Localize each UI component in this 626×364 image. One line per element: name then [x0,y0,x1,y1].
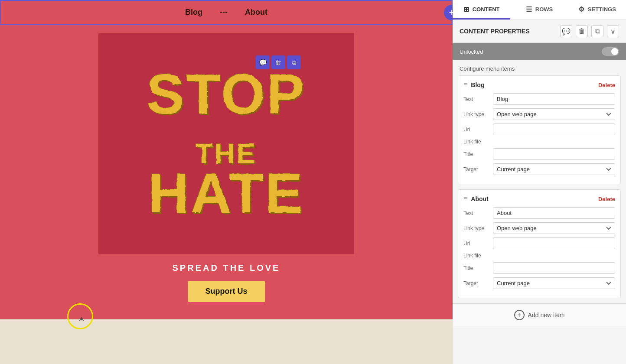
add-new-item-button[interactable]: + Add new item [453,303,626,326]
copy-button[interactable]: ⧉ [287,55,301,69]
blog-linktype-label: Link type [463,111,489,117]
top-tabs: ⊞ CONTENT ☰ ROWS ⚙ SETTINGS [453,0,626,20]
about-title-label: Title [463,265,489,271]
canvas-area: Blog --- About + 💬 🗑 ⧉ [0,0,453,364]
blog-title-input[interactable] [493,148,615,160]
delete-about-button[interactable]: Delete [598,196,615,202]
content-properties-title: CONTENT PROPERTIES [460,28,530,35]
about-text-input[interactable] [493,207,615,219]
about-linktype-label: Link type [463,225,489,231]
nav-add-button[interactable]: + [444,5,453,20]
blog-linkfile-label: Link file [463,139,489,145]
poster-hate: HATE [148,162,304,225]
blog-linktype-select[interactable]: Open web page Open email Open phone [493,108,615,120]
menu-item-blog-title: ≡ Blog [463,81,484,89]
blog-linktype-row: Link type Open web page Open email Open … [463,108,615,120]
nav-link-blog[interactable]: Blog [185,8,202,17]
menu-item-about-title: ≡ About [463,195,489,203]
menu-item-about-header: ≡ About Delete [463,195,615,203]
about-target-label: Target [463,280,489,286]
cp-delete-button[interactable]: 🗑 [576,25,588,37]
spread-text: SPREAD THE LOVE [173,263,280,273]
about-linktype-select[interactable]: Open web page Open email Open phone [493,222,615,234]
delete-button[interactable]: 🗑 [271,55,285,69]
add-new-label: Add new item [528,312,565,318]
cp-copy-button[interactable]: ⧉ [591,25,603,37]
about-text-row: Text [463,207,615,219]
comment-button[interactable]: 💬 [256,55,270,69]
about-url-row: Url [463,237,615,249]
poster-image: STOP THE HATE [98,33,354,254]
cp-collapse-button[interactable]: ∨ [607,25,619,37]
blog-target-select[interactable]: Current page New tab [493,163,615,175]
menu-item-about: ≡ About Delete Text Link type Open web p… [458,189,621,298]
blog-target-label: Target [463,166,489,172]
tab-settings-label: SETTINGS [588,6,616,13]
menu-item-blog-name: Blog [471,81,484,88]
blog-text-row: Text [463,93,615,105]
blog-text-input[interactable] [493,93,615,105]
main-content-section: STOP THE HATE SPREAD THE LOVE Support Us [0,25,453,319]
about-title-input[interactable] [493,262,615,274]
nav-link-about[interactable]: About [245,8,267,17]
panel-scroll[interactable]: ≡ Blog Delete Text Link type Open web pa… [453,75,626,364]
content-tab-icon: ⊞ [463,5,469,13]
unlocked-label: Unlocked [460,49,483,55]
about-target-row: Target Current page New tab [463,277,615,289]
rows-tab-icon: ☰ [526,5,532,13]
delete-blog-button[interactable]: Delete [598,82,615,88]
tab-content[interactable]: ⊞ CONTENT [453,0,510,20]
tab-rows[interactable]: ☰ ROWS [510,0,568,20]
blog-url-input[interactable] [493,124,615,135]
menu-item-blog-header: ≡ Blog Delete [463,81,615,89]
blog-title-label: Title [463,151,489,157]
unlocked-toggle[interactable] [602,47,619,56]
tab-content-label: CONTENT [473,6,500,13]
about-linkfile-label: Link file [463,253,489,259]
configure-label: Configure menu items [453,60,626,75]
blog-text-label: Text [463,96,489,102]
about-url-label: Url [463,240,489,247]
about-target-select[interactable]: Current page New tab [493,277,615,289]
about-text-label: Text [463,210,489,216]
about-title-row: Title [463,262,615,274]
nav-separator: --- [220,8,228,17]
menu-item-blog: ≡ Blog Delete Text Link type Open web pa… [458,75,621,184]
menu-item-about-name: About [471,195,488,202]
cp-actions: 💬 🗑 ⧉ ∨ [560,25,619,37]
about-url-input[interactable] [493,237,615,249]
content-properties-header: CONTENT PROPERTIES 💬 🗑 ⧉ ∨ [453,20,626,43]
tab-rows-label: ROWS [535,6,553,13]
add-circle-icon: + [514,310,525,320]
drag-icon-blog[interactable]: ≡ [463,81,467,89]
about-linkfile-row: Link file [463,253,615,259]
blog-target-row: Target Current page New tab [463,163,615,175]
settings-tab-icon: ⚙ [578,5,584,13]
about-linktype-row: Link type Open web page Open email Open … [463,222,615,234]
unlocked-row: Unlocked [453,43,626,60]
blog-url-label: Url [463,127,489,133]
poster-stop: STOP [147,62,306,126]
support-us-button[interactable]: Support Us [188,281,265,302]
cp-comment-button[interactable]: 💬 [560,25,572,37]
blog-url-row: Url [463,124,615,135]
nav-bar[interactable]: Blog --- About + [0,0,453,25]
tab-settings[interactable]: ⚙ SETTINGS [568,0,626,20]
blog-linkfile-row: Link file [463,139,615,145]
drag-icon-about[interactable]: ≡ [463,195,467,203]
right-panel: ⊞ CONTENT ☰ ROWS ⚙ SETTINGS CONTENT PROP… [453,0,626,364]
content-toolbar: 💬 🗑 ⧉ [256,55,301,69]
blog-title-row: Title [463,148,615,160]
